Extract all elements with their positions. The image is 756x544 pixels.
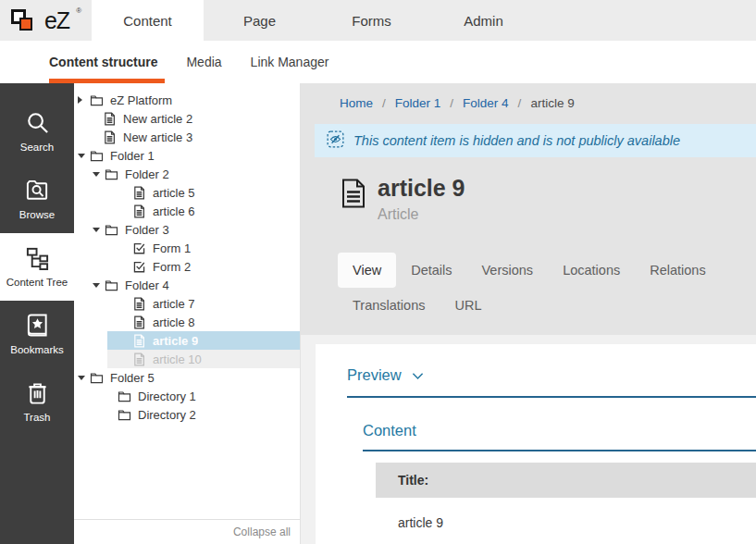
folder-icon	[90, 93, 104, 107]
preview-section-title: Preview	[347, 366, 402, 384]
tab-view[interactable]: View	[338, 253, 396, 288]
tree-item-directory-2[interactable]: Directory 2	[74, 405, 300, 424]
breadcrumb-link-folder-4[interactable]: Folder 4	[463, 96, 509, 110]
body-row: SearchBrowseContent TreeBookmarksTrash e…	[0, 83, 756, 544]
tree-item-article-7[interactable]: article 7	[74, 294, 300, 313]
tree-item-folder-2[interactable]: Folder 2	[74, 165, 300, 183]
collapse-arrow-icon[interactable]	[93, 283, 105, 288]
folder-icon	[90, 149, 104, 163]
tree-item-article-9[interactable]: article 9	[74, 331, 300, 350]
tree-item-folder-4[interactable]: Folder 4	[74, 276, 300, 294]
tree-item-new-article-2[interactable]: New article 2	[74, 109, 300, 128]
content-header: article 9 Article	[301, 157, 756, 223]
tree-item-ez-platform[interactable]: eZ Platform	[74, 91, 300, 109]
tree-item-form-2[interactable]: Form 2	[74, 257, 300, 276]
registered-mark: ®	[76, 6, 81, 15]
ez-logo-icon	[10, 7, 38, 33]
top-tab-page[interactable]: Page	[204, 0, 316, 41]
tree-item-label: Form 1	[153, 241, 191, 255]
sidebar-item-content-tree[interactable]: Content Tree	[0, 233, 74, 301]
tree-item-article-10[interactable]: article 10	[74, 350, 300, 368]
article-icon	[132, 334, 146, 348]
article-icon	[132, 204, 146, 218]
collapse-arrow-icon[interactable]	[93, 228, 105, 232]
article-icon	[103, 112, 117, 126]
top-tab-content[interactable]: Content	[92, 0, 204, 41]
content-tab-bar: ViewDetailsVersionsLocationsRelationsTra…	[338, 253, 756, 323]
form-icon	[132, 260, 146, 274]
tree-item-new-article-3[interactable]: New article 3	[74, 128, 300, 146]
tree-item-directory-1[interactable]: Directory 1	[74, 387, 300, 405]
top-bar: eZ ® ContentPageFormsAdmin	[0, 0, 756, 41]
breadcrumb-link-home[interactable]: Home	[340, 96, 373, 110]
breadcrumb-link-folder-1[interactable]: Folder 1	[395, 96, 441, 110]
left-sidebar: SearchBrowseContent TreeBookmarksTrash	[0, 83, 74, 544]
breadcrumb: Home/Folder 1/Folder 4/article 9	[301, 83, 756, 113]
top-tab-admin[interactable]: Admin	[428, 0, 539, 41]
article-icon	[103, 130, 117, 144]
search-icon	[25, 110, 50, 135]
sidebar-item-browse[interactable]: Browse	[0, 166, 74, 233]
folder-icon	[118, 389, 131, 403]
tree-item-folder-5[interactable]: Folder 5	[74, 368, 300, 387]
tree-item-form-1[interactable]: Form 1	[74, 239, 300, 257]
tree-item-article-8[interactable]: article 8	[74, 313, 300, 331]
tab-translations[interactable]: Translations	[338, 288, 440, 323]
article-icon	[341, 179, 366, 208]
folder-icon	[118, 408, 131, 422]
trash-icon	[25, 380, 50, 405]
article-icon	[132, 352, 146, 366]
collapse-arrow-icon[interactable]	[78, 154, 90, 158]
content-section-title: Content	[363, 422, 756, 451]
chevron-down-icon	[412, 366, 424, 384]
tree-item-label: eZ Platform	[110, 93, 172, 107]
field-label: Title:	[376, 463, 756, 498]
tree-footer: Collapse all	[74, 519, 300, 544]
form-icon	[132, 241, 146, 255]
folder-icon	[90, 371, 104, 385]
tree-item-label: article 9	[153, 334, 198, 348]
main-content: Home/Folder 1/Folder 4/article 9 This co…	[301, 83, 756, 544]
preview-section-toggle[interactable]: Preview	[347, 366, 756, 398]
collapse-arrow-icon[interactable]	[78, 376, 90, 380]
subnav-item-link-manager[interactable]: Link Manager	[251, 41, 329, 83]
tab-locations[interactable]: Locations	[548, 253, 635, 288]
article-icon	[132, 315, 146, 329]
subnav-item-content-structure[interactable]: Content structure	[49, 41, 157, 83]
collapse-all-button[interactable]: Collapse all	[233, 525, 291, 538]
tree-item-label: article 6	[153, 204, 195, 218]
folder-icon	[105, 223, 118, 237]
sidebar-item-search[interactable]: Search	[0, 98, 74, 166]
tree-item-folder-1[interactable]: Folder 1	[74, 146, 300, 165]
browse-icon	[25, 178, 50, 203]
hidden-eye-icon	[327, 130, 344, 151]
expand-arrow-icon[interactable]	[78, 96, 90, 104]
logo-text: eZ	[44, 7, 69, 34]
bookmarks-icon	[25, 313, 50, 338]
tree-item-article-5[interactable]: article 5	[74, 183, 300, 202]
tab-url[interactable]: URL	[440, 288, 496, 323]
folder-icon	[105, 167, 118, 181]
tree-item-folder-3[interactable]: Folder 3	[74, 220, 300, 239]
collapse-arrow-icon[interactable]	[93, 172, 105, 177]
tree-item-article-6[interactable]: article 6	[74, 202, 300, 220]
tree-item-label: Folder 5	[110, 371, 155, 385]
sidebar-item-label: Browse	[19, 209, 55, 220]
lower-panel: Preview Content Title:article 9	[301, 335, 756, 544]
field-list: Title:article 9	[376, 463, 756, 544]
tree-item-label: New article 2	[123, 112, 192, 126]
breadcrumb-separator: /	[382, 96, 386, 110]
tree-item-label: article 10	[153, 352, 202, 366]
tree-item-label: Directory 2	[138, 408, 196, 422]
sidebar-item-bookmarks[interactable]: Bookmarks	[0, 301, 74, 368]
top-tab-forms[interactable]: Forms	[316, 0, 428, 41]
tab-relations[interactable]: Relations	[635, 253, 720, 288]
article-icon	[132, 186, 146, 200]
tab-versions[interactable]: Versions	[467, 253, 549, 288]
tree-item-label: Directory 1	[138, 389, 196, 403]
content-tree-icon	[25, 245, 50, 270]
sidebar-item-trash[interactable]: Trash	[0, 368, 74, 436]
subnav-item-media[interactable]: Media	[186, 41, 221, 83]
tab-details[interactable]: Details	[396, 253, 466, 288]
notice-text: This content item is hidden and is not p…	[353, 133, 680, 148]
